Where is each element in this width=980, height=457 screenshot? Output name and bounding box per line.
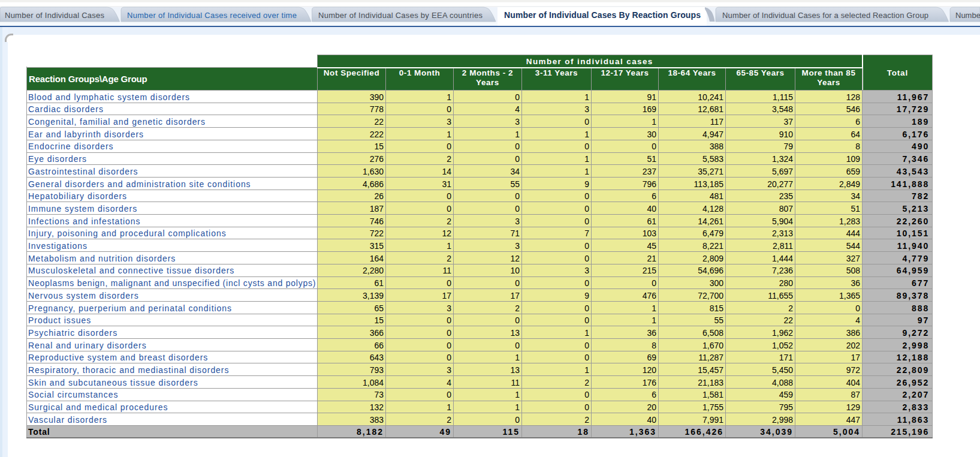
- svg-text:Number of Individual Cases: Number of Individual Cases: [955, 11, 980, 20]
- svg-text:Number of Individual Cases rec: Number of Individual Cases received over…: [127, 11, 297, 20]
- svg-text:Number of Individual Cases: Number of Individual Cases: [5, 11, 105, 20]
- svg-text:Number of Individual Cases by: Number of Individual Cases by EEA countr…: [318, 11, 483, 20]
- svg-text:Number of Individual Cases for: Number of Individual Cases for a selecte…: [722, 11, 928, 20]
- svg-text:Number of Individual Cases By: Number of Individual Cases By Reaction G…: [504, 10, 701, 20]
